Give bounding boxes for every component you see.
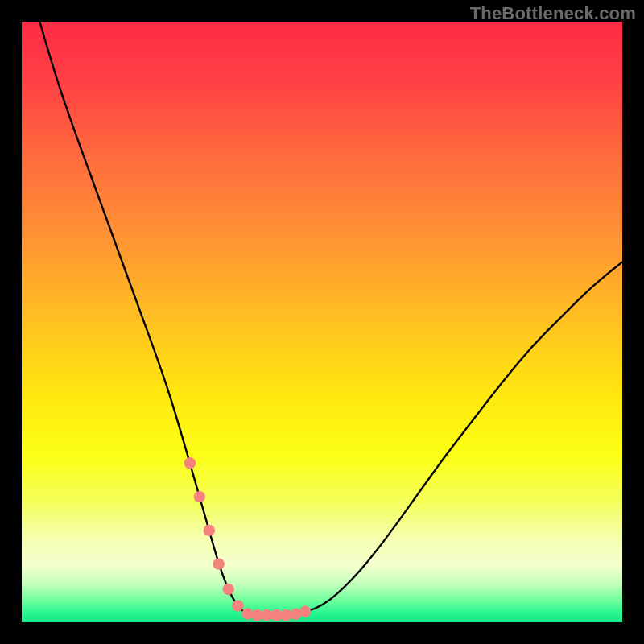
- highlight-marker: [232, 600, 243, 611]
- highlight-marker: [222, 584, 233, 595]
- bottleneck-curve: [39, 22, 622, 615]
- curve-layer: [22, 22, 622, 622]
- chart-frame: TheBottleneck.com: [0, 0, 644, 644]
- watermark-text: TheBottleneck.com: [470, 3, 636, 24]
- highlight-markers: [184, 457, 312, 621]
- highlight-marker: [299, 606, 311, 617]
- highlight-marker: [204, 525, 215, 536]
- highlight-marker: [184, 457, 196, 469]
- highlight-marker: [213, 558, 224, 569]
- highlight-marker: [194, 491, 205, 502]
- plot-area: [22, 22, 622, 622]
